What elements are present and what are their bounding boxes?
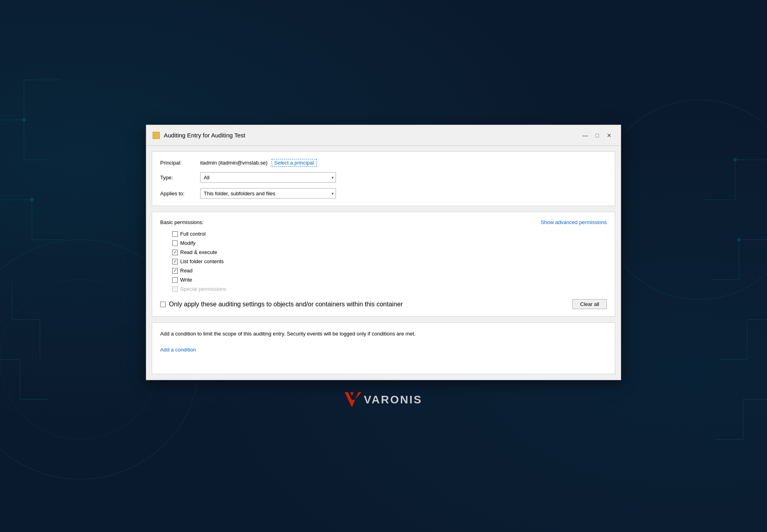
condition-panel: Add a condition to limit the scope of th…: [152, 322, 615, 374]
permissions-bottom: Only apply these auditing settings to ob…: [160, 299, 607, 309]
permissions-header: Basic permissions: Show advanced permiss…: [160, 219, 607, 225]
applies-to-label: Applies to:: [160, 191, 200, 197]
checkbox-read-execute-input[interactable]: [172, 250, 178, 255]
principal-panel: Principal: itadmin (itadmin@vrnslab.se) …: [152, 151, 615, 206]
svg-marker-8: [350, 392, 354, 396]
close-button[interactable]: ✕: [604, 130, 614, 141]
svg-point-5: [0, 280, 160, 439]
checkbox-special: Special permissions: [172, 286, 607, 292]
auditing-entry-window: Auditing Entry for Auditing Test — □ ✕ P…: [146, 125, 621, 380]
varonis-chevron-icon: [345, 392, 362, 407]
permissions-panel: Basic permissions: Show advanced permiss…: [152, 212, 615, 317]
dialog-wrapper: Auditing Entry for Auditing Test — □ ✕ P…: [146, 125, 621, 407]
only-apply-checkbox[interactable]: [160, 302, 166, 307]
show-advanced-permissions-link[interactable]: Show advanced permissions: [541, 219, 607, 225]
checkbox-write: Write: [172, 277, 607, 283]
checkbox-write-label: Write: [180, 277, 192, 283]
checkbox-list-folder-label: List folder contents: [180, 258, 224, 264]
svg-point-6: [599, 100, 767, 300]
window-title: Auditing Entry for Auditing Test: [164, 132, 245, 139]
minimize-button[interactable]: —: [580, 130, 590, 141]
principal-label: Principal:: [160, 160, 200, 166]
checkbox-list-folder: List folder contents: [172, 258, 607, 264]
checkbox-read-input[interactable]: [172, 268, 178, 274]
checkbox-write-input[interactable]: [172, 277, 178, 283]
only-apply-row: Only apply these auditing settings to ob…: [160, 301, 403, 308]
permissions-checkbox-list: Full control Modify Read & execute: [172, 231, 607, 292]
applies-to-dropdown-wrapper: This folder, subfolders and files ▾: [200, 188, 336, 199]
checkbox-full-control-input[interactable]: [172, 231, 178, 237]
principal-row: Principal: itadmin (itadmin@vrnslab.se) …: [160, 159, 607, 167]
type-label: Type:: [160, 175, 200, 181]
permissions-title: Basic permissions:: [160, 219, 203, 225]
clear-all-button[interactable]: Clear all: [572, 299, 607, 309]
svg-point-1: [30, 198, 34, 201]
checkbox-modify-label: Modify: [180, 240, 195, 246]
svg-point-2: [733, 158, 737, 161]
type-dropdown-wrapper: All ▾: [200, 172, 336, 183]
svg-point-0: [22, 118, 26, 121]
select-principal-link[interactable]: Select a principal: [272, 159, 317, 167]
type-row: Type: All ▾: [160, 172, 607, 183]
checkbox-special-input: [172, 286, 178, 292]
varonis-text: VARONIS: [364, 393, 423, 406]
title-bar-left: Auditing Entry for Auditing Test: [153, 132, 245, 139]
add-condition-link[interactable]: Add a condition: [160, 347, 196, 353]
checkbox-full-control: Full control: [172, 231, 607, 237]
title-bar-controls: — □ ✕: [580, 130, 614, 141]
applies-to-row: Applies to: This folder, subfolders and …: [160, 188, 607, 199]
checkbox-read-execute: Read & execute: [172, 249, 607, 255]
checkbox-read-label: Read: [180, 268, 193, 274]
checkbox-special-label: Special permissions: [180, 286, 227, 292]
principal-value: itadmin (itadmin@vrnslab.se): [200, 160, 268, 166]
maximize-button[interactable]: □: [592, 130, 602, 141]
title-bar: Auditing Entry for Auditing Test — □ ✕: [146, 125, 621, 146]
checkbox-read: Read: [172, 268, 607, 274]
svg-marker-7: [345, 392, 362, 407]
varonis-logo: VARONIS: [345, 392, 423, 407]
type-dropdown[interactable]: All: [200, 172, 336, 183]
only-apply-label: Only apply these auditing settings to ob…: [169, 301, 403, 308]
window-content: Principal: itadmin (itadmin@vrnslab.se) …: [146, 146, 621, 380]
condition-description: Add a condition to limit the scope of th…: [160, 330, 607, 338]
applies-to-dropdown[interactable]: This folder, subfolders and files: [200, 188, 336, 199]
checkbox-modify: Modify: [172, 240, 607, 246]
checkbox-modify-input[interactable]: [172, 240, 178, 246]
checkbox-full-control-label: Full control: [180, 231, 206, 237]
checkbox-list-folder-input[interactable]: [172, 259, 178, 264]
window-icon: [153, 132, 160, 139]
svg-point-3: [737, 238, 741, 241]
checkbox-read-execute-label: Read & execute: [180, 249, 217, 255]
